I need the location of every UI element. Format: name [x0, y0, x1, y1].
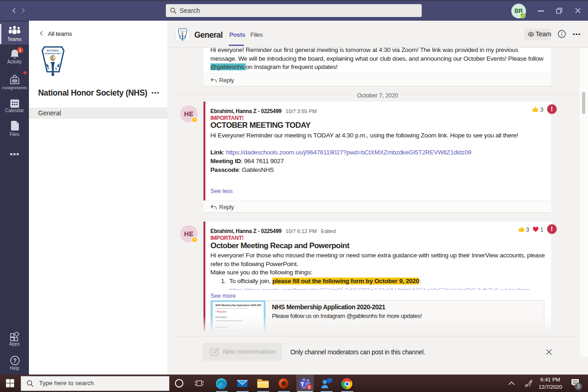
svg-text:?: ?	[13, 358, 17, 364]
